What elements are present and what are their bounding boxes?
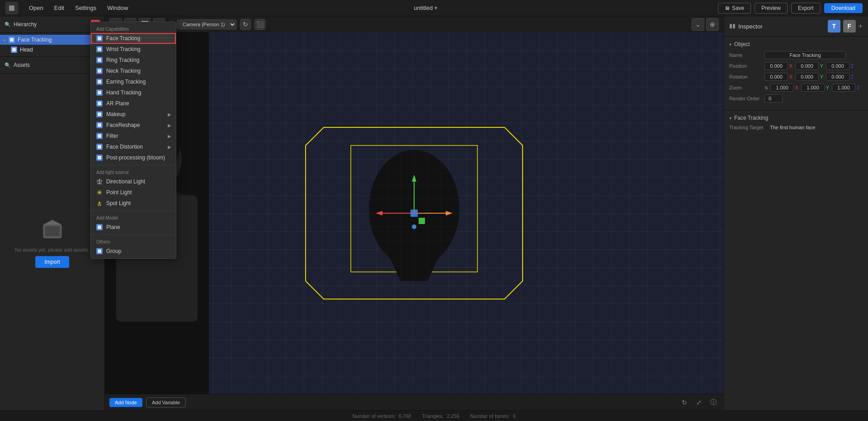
zoom-z-input[interactable] (832, 84, 855, 92)
project-name-display[interactable]: untitled ▾ (414, 5, 438, 11)
zoom-stepper-icon[interactable]: ⇅ (764, 85, 768, 90)
hierarchy-item-head[interactable]: Head (0, 45, 104, 55)
refresh-icon[interactable]: ↻ (679, 397, 690, 408)
svg-rect-49 (98, 102, 101, 105)
dropdown-spot-light[interactable]: Spot Light (91, 198, 176, 209)
more-options-icon[interactable]: ⊕ (706, 18, 719, 31)
post-processing-menu-icon (96, 154, 103, 161)
svg-rect-52 (98, 134, 101, 138)
point-light-icon (96, 189, 103, 196)
post-processing-menu-label: Post-processing (bloom) (106, 154, 165, 161)
inspector-add-button[interactable]: + (859, 22, 863, 30)
name-input[interactable] (764, 51, 846, 59)
svg-rect-1 (10, 38, 14, 42)
menu-window[interactable]: Window (102, 3, 133, 13)
rot-axis-z-label: Z (851, 75, 855, 80)
menu-open[interactable]: Open (24, 3, 49, 13)
dropdown-point-light[interactable]: Point Light (91, 187, 176, 198)
dropdown-plane[interactable]: Plane (91, 222, 176, 233)
dropdown-hand-tracking[interactable]: Hand Tracking (91, 87, 176, 98)
vt-icons-right: ⌄ ⊕ (692, 18, 719, 31)
object-section-header[interactable]: ▾ Object (729, 41, 863, 47)
dropdown-neck-tracking[interactable]: Neck Tracking (91, 65, 176, 76)
dropdown-wrist-tracking[interactable]: Wrist Tracking (91, 44, 176, 55)
menu-edit[interactable]: Edit (49, 3, 70, 13)
position-inputs: X Y Z (764, 62, 855, 70)
svg-rect-44 (98, 47, 101, 51)
rotation-label: Rotation (729, 74, 761, 80)
expand-icon[interactable]: ⤢ (693, 397, 704, 408)
model-section-label: Add Model (91, 213, 176, 222)
save-button[interactable]: Save (718, 3, 751, 14)
wrist-tracking-menu-icon (96, 46, 103, 52)
right-panel: Inspector T F + ▾ Object Name Position (723, 16, 868, 410)
filter-menu-icon (96, 133, 103, 139)
ar-plane-menu-label: AR Plane (106, 100, 129, 107)
settings-vp-button[interactable]: ⬛ (255, 19, 265, 30)
dropdown-directional-light[interactable]: Directional Light (91, 176, 176, 187)
dropdown-face-reshape[interactable]: FaceReshape ▶ (91, 120, 176, 131)
hierarchy-item-face-tracking[interactable]: ▸ Face Tracking (0, 35, 104, 45)
dropdown-ring-tracking[interactable]: Ring Tracking (91, 55, 176, 65)
position-x-input[interactable] (764, 62, 788, 70)
face-tracking-section-header[interactable]: ▾ Face Tracking (729, 115, 863, 121)
status-bar: Number of vertices: 6,768 Triangles: 2,2… (0, 410, 868, 421)
camera-select[interactable]: Camera (Person 1) (177, 19, 236, 29)
name-row: Name (729, 51, 863, 59)
import-button[interactable]: Import (35, 256, 69, 268)
dropdown-face-distortion[interactable]: Face Distortion ▶ (91, 141, 176, 152)
preview-button[interactable]: Preview (755, 3, 788, 14)
svg-rect-48 (98, 91, 101, 94)
rotation-y-input[interactable] (795, 73, 819, 81)
zoom-x-input[interactable] (770, 84, 794, 92)
zoom-y-input[interactable] (801, 84, 825, 92)
menu-settings[interactable]: Settings (70, 3, 102, 13)
earring-tracking-menu-icon (96, 79, 103, 85)
position-y-input[interactable] (795, 62, 819, 70)
expand-arrow-icon: ▸ (4, 37, 6, 42)
collapse-icon[interactable]: ⌄ (692, 18, 704, 31)
face-tracking-icon (9, 37, 15, 43)
download-button[interactable]: Download (824, 3, 863, 13)
rotation-z-input[interactable] (826, 73, 849, 81)
zoom-inputs: ⇅ X Y Z (764, 84, 861, 92)
dropdown-post-processing[interactable]: Post-processing (bloom) (91, 152, 176, 163)
position-z-input[interactable] (826, 62, 849, 70)
viewport-toolbar: ✛ ⬜ ↩ Camera (Person 1) ↻ ⬛ ⌄ ⊕ (105, 16, 723, 33)
face-tracking-label: Face Tracking (18, 37, 52, 43)
vertices-count: Number of vertices: 6,768 (352, 413, 411, 419)
info-icon[interactable]: ⓘ (708, 397, 719, 408)
ar-plane-menu-icon (96, 100, 103, 107)
directional-light-menu-label: Directional Light (106, 178, 145, 185)
svg-rect-38 (410, 210, 418, 217)
refresh-button[interactable]: ↻ (240, 19, 251, 30)
svg-rect-54 (98, 156, 101, 159)
add-node-button[interactable]: Add Node (109, 398, 142, 407)
menubar: Open Edit Settings Window untitled ▾ Sav… (0, 0, 868, 16)
hand-tracking-menu-label: Hand Tracking (106, 89, 141, 96)
render-order-input[interactable] (764, 94, 783, 103)
svg-rect-45 (98, 58, 101, 62)
export-button[interactable]: Export (791, 3, 821, 14)
assets-section: 🔍 Assets + No assets yet, please add ass… (0, 57, 104, 410)
dropdown-face-tracking[interactable]: Face Tracking (91, 33, 176, 44)
assets-search-icon[interactable]: 🔍 (5, 62, 11, 68)
dropdown-earring-tracking[interactable]: Earring Tracking (91, 76, 176, 87)
zoom-label: Zoom (729, 85, 761, 90)
rotation-x-input[interactable] (764, 73, 788, 81)
hierarchy-search-icon[interactable]: 🔍 (5, 22, 11, 28)
dropdown-ar-plane[interactable]: AR Plane (91, 98, 176, 109)
makeup-menu-icon (96, 111, 103, 117)
inspector-header-right: T F + (828, 20, 863, 33)
svg-rect-39 (419, 218, 425, 224)
position-label: Position (729, 63, 761, 69)
svg-rect-50 (98, 112, 101, 116)
dropdown-filter[interactable]: Filter ▶ (91, 131, 176, 141)
add-variable-button[interactable]: Add Variable (146, 398, 186, 407)
dropdown-group[interactable]: Group (91, 246, 176, 257)
face-tracking-section-arrow: ▾ (729, 116, 731, 121)
spot-light-icon (96, 200, 103, 206)
viewport-canvas[interactable] (105, 33, 723, 394)
axis-y-label: Y (820, 64, 825, 69)
dropdown-makeup[interactable]: Makeup ▶ (91, 109, 176, 120)
